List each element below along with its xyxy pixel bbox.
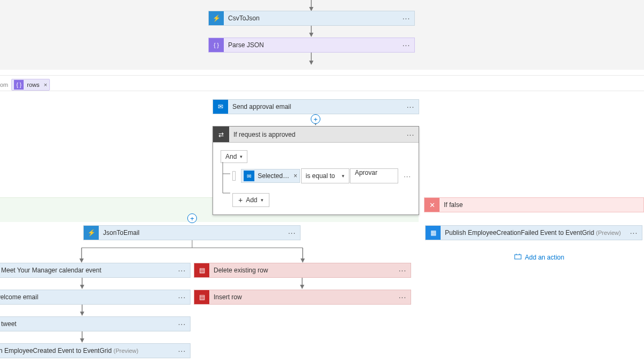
condition-tree-lines: [221, 162, 231, 194]
if-false-header[interactable]: ✕ If false: [424, 197, 644, 212]
more-icon[interactable]: ···: [402, 105, 419, 109]
action-parse-json[interactable]: { } Parse JSON ···: [208, 38, 415, 53]
foreach-input-row: [0, 75, 644, 91]
add-condition-button[interactable]: + Add ▾: [232, 193, 269, 207]
action-delete-existing-row[interactable]: ▤ Delete existing row ···: [194, 263, 411, 278]
remove-token-icon[interactable]: ×: [44, 82, 47, 88]
value-input[interactable]: Aprovar: [350, 168, 398, 183]
sql-icon: ▤: [194, 290, 209, 304]
action-label: e Meet Your Manager calendar event: [0, 267, 174, 274]
close-icon: ✕: [425, 198, 440, 212]
more-icon[interactable]: ···: [174, 268, 190, 272]
action-label: Send approval email: [228, 103, 402, 110]
condition-title: If request is approved: [229, 131, 402, 138]
remove-token-icon[interactable]: ×: [294, 172, 297, 180]
more-icon[interactable]: ···: [398, 43, 414, 47]
action-send-approval-email[interactable]: ✉ Send approval email ···: [213, 99, 419, 114]
function-icon: ⚡: [209, 11, 224, 25]
action-publish-employee-created[interactable]: sh EmployeeCreated Event to EventGrid (P…: [0, 343, 191, 358]
eventgrid-icon: ▦: [426, 226, 441, 240]
add-label: Add: [246, 196, 257, 204]
token-label: rows: [27, 82, 39, 88]
action-icon: [514, 253, 522, 261]
action-label: sh EmployeeCreated Event to EventGrid (P…: [0, 347, 174, 354]
if-false-label: If false: [440, 201, 467, 209]
condition-body: And ▾ ✉ Selected… × is equal to ▾ Aprova…: [213, 143, 419, 215]
condition-left-token[interactable]: ✉ Selected… ×: [241, 169, 300, 183]
more-icon[interactable]: ···: [394, 268, 411, 272]
action-publish-employee-creation-failed[interactable]: ▦ Publish EmployeeCreationFailed Event t…: [425, 225, 642, 240]
action-label: Insert row: [209, 293, 394, 301]
value-text: Aprovar: [355, 169, 377, 176]
action-meet-your-manager[interactable]: e Meet Your Manager calendar event ···: [0, 263, 191, 278]
plus-icon: +: [238, 197, 243, 203]
outlook-icon: ✉: [213, 100, 228, 114]
sql-icon: ▤: [194, 263, 209, 277]
function-icon: ⚡: [84, 226, 99, 240]
more-icon[interactable]: ···: [284, 231, 300, 235]
action-insert-row[interactable]: ▤ Insert row ···: [194, 290, 411, 305]
condition-header[interactable]: ⇄ If request is approved ···: [213, 127, 419, 143]
condition-panel: ⇄ If request is approved ··· And ▾ ✉ Sel…: [213, 126, 419, 215]
more-icon[interactable]: ···: [174, 349, 190, 353]
action-label: Delete existing row: [209, 267, 394, 274]
more-icon[interactable]: ···: [174, 322, 190, 326]
condition-icon: ⇄: [213, 127, 229, 142]
chevron-down-icon: ▾: [261, 197, 264, 203]
more-icon[interactable]: ···: [626, 231, 642, 235]
action-label: a tweet: [0, 320, 174, 328]
group-operator-dropdown[interactable]: And ▾: [221, 150, 247, 163]
svg-rect-25: [515, 255, 521, 259]
action-label: JsonToEmail: [99, 229, 284, 237]
more-icon[interactable]: ···: [402, 130, 419, 139]
action-csv-to-json[interactable]: ⚡ CsvToJson ···: [208, 11, 415, 26]
braces-icon: { }: [14, 80, 24, 90]
and-label: And: [225, 153, 237, 160]
operator-label: is equal to: [306, 172, 335, 180]
chevron-down-icon: ▾: [342, 173, 345, 179]
row-checkbox[interactable]: [232, 171, 236, 181]
insert-step-button[interactable]: +: [187, 213, 197, 223]
action-label: Parse JSON: [224, 41, 398, 49]
param-abbrev: om: [0, 82, 8, 88]
row-more-icon[interactable]: ···: [404, 172, 411, 180]
token-label: Selected…: [258, 172, 289, 180]
action-welcome-email[interactable]: welcome email ···: [0, 290, 191, 305]
token-rows[interactable]: { } rows ×: [11, 79, 50, 91]
more-icon[interactable]: ···: [398, 16, 414, 20]
outlook-icon: ✉: [244, 171, 254, 181]
more-icon[interactable]: ···: [394, 295, 411, 299]
braces-icon: { }: [209, 38, 224, 52]
add-action-label: Add an action: [525, 254, 564, 261]
add-action-button[interactable]: Add an action: [514, 253, 564, 261]
condition-row: ✉ Selected… × is equal to ▾ Aprovar ···: [232, 168, 411, 183]
foreach-input: om { } rows ×: [0, 77, 50, 93]
action-label: Publish EmployeeCreationFailed Event to …: [441, 229, 626, 237]
operator-dropdown[interactable]: is equal to ▾: [301, 168, 349, 183]
insert-step-button[interactable]: +: [311, 114, 320, 124]
action-label: welcome email: [0, 293, 174, 301]
chevron-down-icon: ▾: [240, 154, 243, 159]
more-icon[interactable]: ···: [174, 295, 190, 299]
action-post-tweet[interactable]: a tweet ···: [0, 316, 191, 331]
action-json-to-email[interactable]: ⚡ JsonToEmail ···: [83, 225, 301, 240]
action-label: CsvToJson: [224, 14, 398, 22]
